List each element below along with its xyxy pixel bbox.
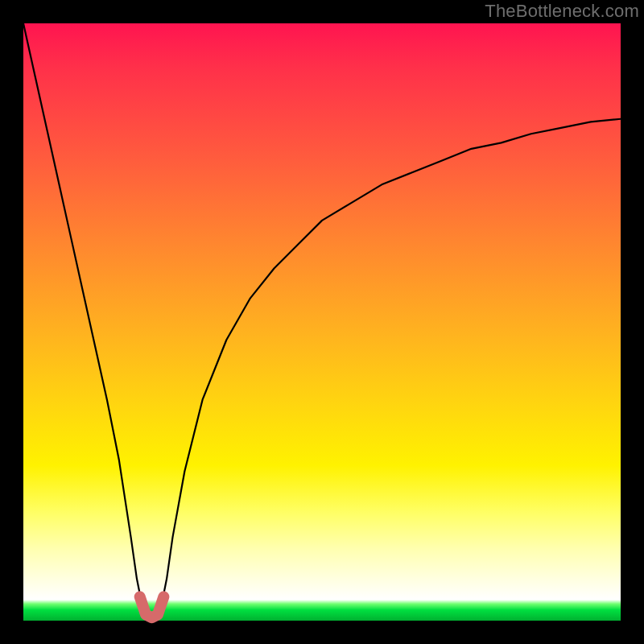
plot-area xyxy=(23,23,621,621)
chart-frame: TheBottleneck.com xyxy=(0,0,644,644)
bottleneck-curve xyxy=(23,23,621,621)
minimum-marker xyxy=(140,597,164,617)
watermark-text: TheBottleneck.com xyxy=(485,1,639,22)
curve-layer xyxy=(23,23,621,621)
